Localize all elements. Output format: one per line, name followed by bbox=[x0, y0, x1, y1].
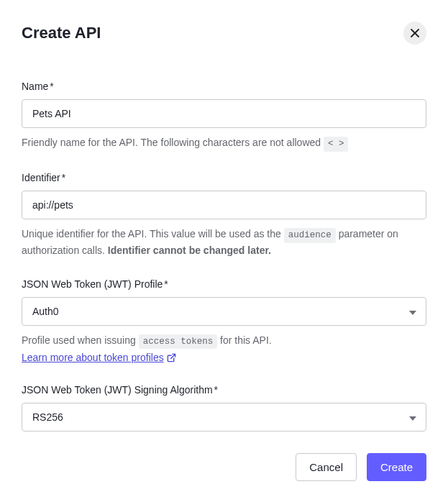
create-button[interactable]: Create bbox=[367, 453, 426, 481]
jwt-profile-label: JSON Web Token (JWT) Profile* bbox=[22, 278, 426, 290]
jwt-algorithm-select[interactable]: RS256 bbox=[22, 403, 426, 432]
name-label: Name* bbox=[22, 81, 426, 92]
name-help-code: < > bbox=[324, 137, 349, 152]
identifier-label: Identifier* bbox=[22, 172, 426, 183]
identifier-help-bold: Identifier cannot be changed later. bbox=[108, 245, 271, 256]
identifier-help-prefix: Unique identifier for the API. This valu… bbox=[22, 228, 284, 239]
name-field-group: Name* Friendly name for the API. The fol… bbox=[22, 81, 426, 152]
name-help-text: Friendly name for the API. The following… bbox=[22, 135, 426, 152]
identifier-help-text: Unique identifier for the API. This valu… bbox=[22, 227, 426, 258]
jwt-profile-help-text: Profile used when issuing access tokens … bbox=[22, 333, 426, 350]
jwt-algorithm-select-wrapper: RS256 bbox=[22, 403, 426, 432]
required-marker: * bbox=[164, 278, 168, 290]
dialog-title: Create API bbox=[22, 24, 101, 42]
learn-more-link[interactable]: Learn more about token profiles bbox=[22, 352, 176, 363]
learn-more-link-text: Learn more about token profiles bbox=[22, 352, 164, 363]
required-marker: * bbox=[214, 384, 218, 396]
identifier-help-code: audience bbox=[284, 228, 336, 243]
external-link-icon bbox=[167, 353, 176, 362]
dialog-header: Create API bbox=[22, 22, 426, 45]
close-icon bbox=[411, 29, 419, 37]
cancel-button[interactable]: Cancel bbox=[296, 453, 357, 481]
jwt-profile-select[interactable]: Auth0 bbox=[22, 297, 426, 326]
jwt-profile-help-code: access tokens bbox=[139, 334, 218, 350]
identifier-field-group: Identifier* Unique identifier for the AP… bbox=[22, 172, 426, 258]
dialog-footer: Cancel Create bbox=[22, 453, 426, 481]
close-button[interactable] bbox=[403, 22, 426, 45]
identifier-label-text: Identifier bbox=[22, 172, 60, 183]
required-marker: * bbox=[62, 172, 65, 183]
jwt-profile-help-prefix: Profile used when issuing bbox=[22, 334, 139, 346]
jwt-profile-field-group: JSON Web Token (JWT) Profile* Auth0 Prof… bbox=[22, 278, 426, 365]
jwt-algorithm-label: JSON Web Token (JWT) Signing Algorithm* bbox=[22, 384, 426, 396]
jwt-profile-label-text: JSON Web Token (JWT) Profile bbox=[22, 278, 163, 290]
name-input[interactable] bbox=[22, 99, 426, 128]
jwt-profile-select-wrapper: Auth0 bbox=[22, 297, 426, 326]
jwt-profile-help-suffix: for this API. bbox=[217, 334, 271, 346]
jwt-algorithm-field-group: JSON Web Token (JWT) Signing Algorithm* … bbox=[22, 384, 426, 432]
jwt-algorithm-label-text: JSON Web Token (JWT) Signing Algorithm bbox=[22, 384, 213, 396]
identifier-input[interactable] bbox=[22, 191, 426, 219]
name-label-text: Name bbox=[22, 81, 48, 92]
required-marker: * bbox=[50, 81, 53, 92]
name-help-prefix: Friendly name for the API. The following… bbox=[22, 137, 324, 148]
